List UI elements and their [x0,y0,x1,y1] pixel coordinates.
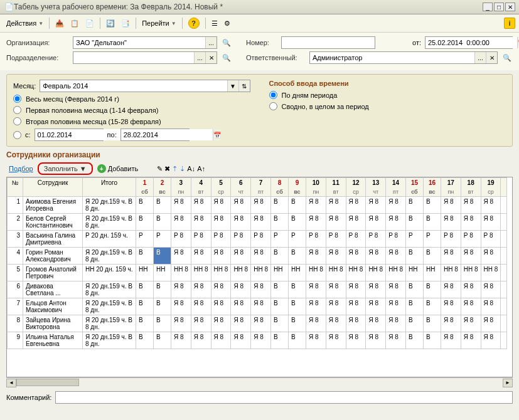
help-icon[interactable]: ? [186,16,202,30]
time-cell[interactable]: В [154,248,171,265]
time-cell[interactable]: В [154,332,171,349]
time-cell[interactable]: Я 8 [366,248,386,265]
time-cell[interactable]: Я 8 [211,248,231,265]
pick-button[interactable]: Подбор [6,164,36,174]
time-cell[interactable]: Я 8 [441,332,461,349]
time-cell[interactable]: Я 8 [481,197,501,214]
time-cell[interactable]: Р 8 [346,231,366,248]
time-cell[interactable]: НН [136,265,154,281]
move-down-icon[interactable]: ⇣ [179,165,185,173]
time-cell[interactable]: Я 8 [326,197,346,214]
time-cell[interactable]: Я 8 [386,248,406,265]
time-cell[interactable]: В [405,298,423,315]
org-search-icon[interactable]: 🔍 [221,36,232,49]
time-cell[interactable]: Я 8 [171,281,191,298]
time-cell[interactable]: Я 8 [441,214,461,231]
time-cell[interactable]: Я 8 [461,197,481,214]
resp-clear-button[interactable]: ✕ [486,52,497,63]
time-cell[interactable]: В [136,281,154,298]
time-cell[interactable]: Р [288,231,306,248]
table-row[interactable]: 9Ильина Наталья ЕвгеньевнаЯ 20 дн.159 ч.… [8,332,507,349]
info-icon[interactable]: i [504,18,515,29]
dept-clear-button[interactable]: ✕ [205,52,217,63]
resp-select-button[interactable]: ... [474,52,486,63]
fill-button[interactable]: Заполнить▼ [38,162,93,175]
undo-icon[interactable]: 📄 [83,18,97,29]
time-cell[interactable]: В [423,197,441,214]
time-cell[interactable]: В [423,281,441,298]
time-cell[interactable]: Р [154,231,171,248]
time-cell[interactable]: В [423,332,441,349]
time-cell[interactable]: Я 8 [366,281,386,298]
time-cell[interactable]: В [405,332,423,349]
time-cell[interactable]: Я 8 [211,214,231,231]
move-up-icon[interactable]: ⇡ [172,165,178,173]
time-cell[interactable]: Я 8 [346,197,366,214]
time-cell[interactable]: Я 8 [171,332,191,349]
time-cell[interactable]: В [270,315,288,332]
time-cell[interactable]: Я 8 [441,248,461,265]
time-cell[interactable]: Я 8 [191,214,211,231]
time-cell[interactable]: Р [423,231,441,248]
time-cell[interactable]: НН 8 [441,265,461,281]
time-cell[interactable]: Я 8 [461,332,481,349]
time-cell[interactable]: Я 8 [211,298,231,315]
time-cell[interactable]: Р 8 [211,231,231,248]
time-cell[interactable]: Р [405,231,423,248]
time-cell[interactable]: Я 8 [191,281,211,298]
time-cell[interactable]: НН [270,265,288,281]
time-cell[interactable]: В [270,281,288,298]
goto-menu[interactable]: Перейти ▼ [139,18,179,28]
radio-custom-range[interactable] [13,131,21,139]
time-cell[interactable]: Я 8 [231,197,251,214]
time-cell[interactable]: В [136,214,154,231]
minimize-button[interactable]: _ [483,3,493,11]
date-to-input[interactable] [121,129,213,140]
time-cell[interactable]: Я 8 [306,248,326,265]
time-cell[interactable]: Р 8 [326,231,346,248]
radio-second-half[interactable] [13,117,21,125]
time-cell[interactable]: Р 8 [386,231,406,248]
time-cell[interactable]: Р 8 [251,231,271,248]
time-cell[interactable]: Я 8 [386,281,406,298]
time-cell[interactable]: Я 8 [346,332,366,349]
time-cell[interactable]: В [270,298,288,315]
time-cell[interactable]: Я 8 [481,214,501,231]
time-cell[interactable]: В [288,248,306,265]
comment-input[interactable] [56,392,512,403]
time-cell[interactable]: Р [270,231,288,248]
time-cell[interactable]: НН 8 [461,265,481,281]
time-cell[interactable]: В [270,248,288,265]
scroll-right-icon[interactable]: ► [503,379,513,387]
time-cell[interactable]: НН 8 [326,265,346,281]
time-cell[interactable]: Я 8 [461,214,481,231]
radio-by-days[interactable] [269,91,277,99]
time-cell[interactable]: Я 8 [481,332,501,349]
time-cell[interactable]: В [405,214,423,231]
time-cell[interactable]: Я 8 [306,332,326,349]
table-row[interactable]: 1Акимова Евгения ИгоревнаЯ 20 дн.159 ч. … [8,197,507,214]
time-cell[interactable]: В [423,214,441,231]
time-cell[interactable]: Я 8 [251,281,271,298]
time-cell[interactable]: Я 8 [211,197,231,214]
time-cell[interactable]: НН 8 [251,265,271,281]
time-cell[interactable]: Я 8 [441,197,461,214]
maximize-button[interactable]: □ [494,3,504,11]
time-cell[interactable]: В [288,332,306,349]
time-cell[interactable]: Я 8 [346,298,366,315]
time-cell[interactable]: НН [288,265,306,281]
radio-full-month[interactable] [13,95,21,103]
time-cell[interactable]: Я 8 [366,214,386,231]
time-cell[interactable]: Я 8 [171,214,191,231]
time-cell[interactable]: Я 8 [326,332,346,349]
time-cell[interactable]: Р 8 [306,231,326,248]
timesheet-table-wrap[interactable]: №СотрудникИтого1234567891011121314151617… [6,177,513,377]
time-cell[interactable]: Я 8 [231,332,251,349]
dept-search-icon[interactable]: 🔍 [221,51,232,64]
time-cell[interactable]: Я 8 [366,315,386,332]
time-cell[interactable]: В [154,298,171,315]
resp-input[interactable] [310,52,474,63]
number-input[interactable] [282,37,375,48]
time-cell[interactable]: Я 8 [231,298,251,315]
refresh-icon[interactable]: 🔄 [104,18,117,29]
